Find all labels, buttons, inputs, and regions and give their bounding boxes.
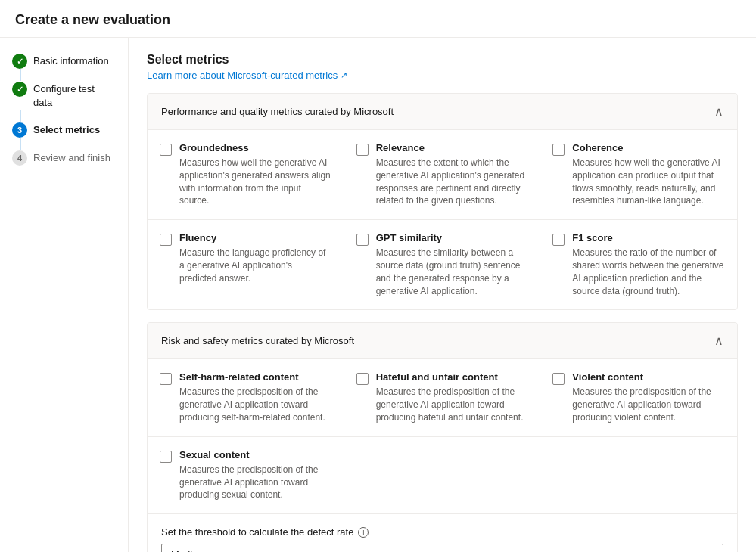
performance-quality-panel: Performance and quality metrics curated … [147, 93, 738, 310]
f1-score-info: F1 score Measures the ratio of the numbe… [572, 232, 725, 297]
self-harm-info: Self-harm-related content Measures the p… [179, 371, 331, 423]
step-3-label: Select metrics [33, 122, 100, 137]
self-harm-name: Self-harm-related content [179, 371, 331, 383]
main-content: Select metrics Learn more about Microsof… [129, 38, 756, 552]
threshold-section: Set the threshold to calculate the defec… [148, 513, 737, 552]
sexual-checkbox[interactable] [160, 451, 172, 463]
sidebar-item-review-finish[interactable]: 4 Review and finish [12, 150, 116, 166]
risk-safety-title: Risk and safety metrics curated by Micro… [161, 335, 354, 346]
gpt-similarity-name: GPT similarity [376, 232, 528, 243]
step-3-icon: 3 [12, 122, 27, 138]
hateful-desc: Measures the predisposition of the gener… [376, 386, 528, 423]
sexual-name: Sexual content [179, 449, 331, 461]
violent-checkbox[interactable] [552, 373, 565, 385]
performance-quality-title: Performance and quality metrics curated … [161, 106, 394, 117]
f1-score-checkbox[interactable] [552, 234, 565, 246]
sidebar: ✓ Basic information ✓ Configure test dat… [0, 38, 129, 552]
threshold-dropdown[interactable]: Medium ∨ [161, 544, 723, 552]
metric-card-coherence: Coherence Measures how well the generati… [540, 130, 737, 220]
fluency-info: Fluency Measure the language proficiency… [179, 232, 331, 284]
violent-name: Violent content [572, 371, 725, 383]
gpt-similarity-checkbox[interactable] [356, 234, 369, 246]
metric-card-sexual: Sexual content Measures the predispositi… [148, 437, 344, 513]
threshold-info-icon[interactable]: i [358, 527, 369, 538]
groundedness-desc: Measures how well the generative AI appl… [179, 157, 331, 207]
relevance-info: Relevance Measures the extent to which t… [376, 142, 528, 207]
f1-score-name: F1 score [572, 232, 725, 243]
relevance-name: Relevance [376, 142, 528, 154]
relevance-desc: Measures the extent to which the generat… [376, 157, 528, 207]
metric-card-relevance: Relevance Measures the extent to which t… [344, 130, 541, 220]
performance-quality-metrics-grid: Groundedness Measures how well the gener… [148, 130, 737, 309]
gpt-similarity-desc: Measures the similarity between a source… [376, 247, 528, 297]
hateful-checkbox[interactable] [356, 373, 369, 385]
sexual-desc: Measures the predisposition of the gener… [179, 464, 331, 501]
metric-card-hateful: Hateful and unfair content Measures the … [344, 359, 541, 436]
risk-safety-metrics-grid: Self-harm-related content Measures the p… [148, 359, 737, 513]
coherence-info: Coherence Measures how well the generati… [572, 142, 725, 207]
step-connector-2 [20, 110, 21, 122]
coherence-desc: Measures how well the generative AI appl… [572, 157, 725, 207]
coherence-checkbox[interactable] [552, 144, 565, 156]
section-title: Select metrics [147, 53, 738, 67]
external-link-icon: ↗ [341, 70, 347, 80]
hateful-name: Hateful and unfair content [376, 371, 528, 383]
relevance-checkbox[interactable] [356, 144, 369, 156]
step-1-label: Basic information [33, 53, 109, 68]
sidebar-item-configure-test[interactable]: ✓ Configure test data [12, 81, 116, 110]
hateful-info: Hateful and unfair content Measures the … [376, 371, 528, 423]
threshold-label-text: Set the threshold to calculate the defec… [161, 526, 353, 538]
violent-info: Violent content Measures the predisposit… [572, 371, 725, 423]
step-2-label: Configure test data [33, 81, 116, 110]
groundedness-name: Groundedness [179, 142, 331, 154]
page-title: Create a new evaluation [15, 12, 741, 28]
risk-safety-collapse-button[interactable]: ∧ [714, 333, 723, 348]
fluency-checkbox[interactable] [160, 234, 172, 246]
threshold-chevron-icon: ∨ [706, 549, 714, 552]
groundedness-info: Groundedness Measures how well the gener… [179, 142, 331, 207]
metric-card-f1-score: F1 score Measures the ratio of the numbe… [540, 220, 737, 309]
metric-card-gpt-similarity: GPT similarity Measures the similarity b… [344, 220, 541, 309]
sexual-info: Sexual content Measures the predispositi… [179, 449, 331, 501]
performance-quality-collapse-button[interactable]: ∧ [714, 104, 723, 119]
threshold-label: Set the threshold to calculate the defec… [161, 526, 723, 538]
metric-card-fluency: Fluency Measure the language proficiency… [148, 220, 344, 309]
step-4-icon: 4 [12, 150, 27, 166]
groundedness-checkbox[interactable] [160, 144, 172, 156]
performance-quality-header: Performance and quality metrics curated … [148, 94, 737, 130]
step-4-label: Review and finish [33, 150, 110, 165]
self-harm-desc: Measures the predisposition of the gener… [179, 386, 331, 423]
sidebar-item-basic-info[interactable]: ✓ Basic information [12, 53, 116, 69]
risk-safety-panel: Risk and safety metrics curated by Micro… [147, 322, 738, 552]
metric-empty-1 [344, 437, 541, 513]
sidebar-item-select-metrics[interactable]: 3 Select metrics [12, 122, 116, 138]
learn-more-link[interactable]: Learn more about Microsoft-curated metri… [147, 70, 347, 81]
step-connector-3 [20, 138, 21, 150]
metric-card-violent: Violent content Measures the predisposit… [540, 359, 737, 436]
fluency-name: Fluency [179, 232, 331, 243]
step-connector-1 [20, 69, 21, 81]
metric-card-groundedness: Groundedness Measures how well the gener… [148, 130, 344, 220]
metric-card-self-harm: Self-harm-related content Measures the p… [148, 359, 344, 436]
fluency-desc: Measure the language proficiency of a ge… [179, 247, 331, 284]
self-harm-checkbox[interactable] [160, 373, 172, 385]
coherence-name: Coherence [572, 142, 725, 154]
metric-empty-2 [540, 437, 737, 513]
violent-desc: Measures the predisposition of the gener… [572, 386, 725, 423]
risk-safety-header: Risk and safety metrics curated by Micro… [148, 323, 737, 359]
step-2-icon: ✓ [12, 82, 27, 97]
f1-score-desc: Measures the ratio of the number of shar… [572, 247, 725, 297]
learn-more-text: Learn more about Microsoft-curated metri… [147, 70, 338, 81]
gpt-similarity-info: GPT similarity Measures the similarity b… [376, 232, 528, 297]
step-1-icon: ✓ [12, 54, 27, 69]
page-header: Create a new evaluation [0, 0, 756, 38]
threshold-value: Medium [171, 549, 206, 552]
